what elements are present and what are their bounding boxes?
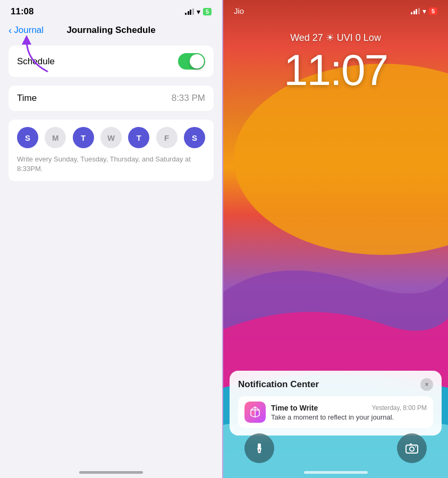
notification-center: Notification Center × Time to Write Yest… xyxy=(230,371,442,436)
time-row[interactable]: Time 8:33 PM xyxy=(17,86,205,111)
time-label: Time xyxy=(17,93,37,104)
days-row: S M T W T F S xyxy=(17,127,205,148)
chevron-left-icon: ‹ xyxy=(9,24,12,36)
svg-rect-7 xyxy=(406,445,418,453)
notification-content: Time to Write Yesterday, 8:00 PM Take a … xyxy=(271,404,427,421)
nc-close-button[interactable]: × xyxy=(420,378,433,391)
page-title: Journaling Schedule xyxy=(66,25,155,36)
right-status-icons: ▾ 5 xyxy=(411,7,437,15)
left-time: 11:08 xyxy=(11,6,33,17)
right-panel: Jio ▾ 5 Wed 27 ☀ UVI 0 Low 11:07 Notific… xyxy=(223,0,448,478)
day-thursday[interactable]: T xyxy=(128,127,149,148)
day-friday[interactable]: F xyxy=(156,127,177,148)
day-wednesday[interactable]: W xyxy=(100,127,122,148)
days-description: Write every Sunday, Tuesday, Thursday, a… xyxy=(17,155,205,174)
lock-time: 11:07 xyxy=(223,45,448,95)
schedule-label: Schedule xyxy=(17,56,55,67)
day-saturday[interactable]: S xyxy=(184,127,205,148)
day-sunday[interactable]: S xyxy=(17,127,38,148)
lock-date: Wed 27 ☀ UVI 0 Low xyxy=(223,32,448,44)
right-status-bar: Jio ▾ 5 xyxy=(223,0,448,20)
home-indicator xyxy=(79,471,143,474)
notification-message: Take a moment to reflect in your journal… xyxy=(271,413,427,421)
right-home-indicator xyxy=(304,471,368,474)
notification-time: Yesterday, 8:00 PM xyxy=(372,404,427,412)
time-section: Time 8:33 PM xyxy=(9,86,214,111)
wifi-icon: ▾ xyxy=(422,7,426,15)
signal-icon xyxy=(411,8,420,14)
days-section: S M T W T F S Write every Sunday, Tuesda… xyxy=(9,120,214,181)
schedule-toggle[interactable] xyxy=(178,53,205,70)
battery-icon: 5 xyxy=(203,8,212,15)
flashlight-button[interactable] xyxy=(244,433,274,463)
wifi-icon: ▾ xyxy=(197,7,200,16)
time-value: 8:33 PM xyxy=(172,93,205,104)
schedule-row: Schedule xyxy=(17,46,205,77)
battery-icon: 5 xyxy=(429,7,437,15)
svg-point-2 xyxy=(252,412,255,415)
camera-button[interactable] xyxy=(397,433,427,463)
schedule-section: Schedule xyxy=(9,46,214,77)
left-nav-bar: ‹ Journal Journaling Schedule xyxy=(0,21,222,41)
lock-bottom-buttons xyxy=(223,433,448,463)
svg-point-10 xyxy=(415,446,416,447)
nc-title: Notification Center xyxy=(238,379,319,390)
left-panel: 11:08 ▾ 5 ‹ Journal Journaling Schedule xyxy=(0,0,223,478)
carrier-label: Jio xyxy=(234,6,244,15)
svg-point-8 xyxy=(410,447,414,451)
svg-point-3 xyxy=(256,412,259,415)
nc-header: Notification Center × xyxy=(238,378,433,391)
svg-rect-9 xyxy=(410,443,412,445)
toggle-knob xyxy=(190,54,204,69)
notif-header-row: Time to Write Yesterday, 8:00 PM xyxy=(271,404,427,412)
notification-app-icon xyxy=(244,402,266,423)
signal-icon xyxy=(185,8,194,15)
left-status-icons: ▾ 5 xyxy=(185,7,212,16)
svg-rect-4 xyxy=(258,443,261,448)
left-status-bar: 11:08 ▾ 5 xyxy=(0,0,222,21)
back-label: Journal xyxy=(14,25,44,36)
notification-item[interactable]: Time to Write Yesterday, 8:00 PM Take a … xyxy=(238,396,433,428)
back-button[interactable]: ‹ Journal xyxy=(9,24,44,36)
day-monday[interactable]: M xyxy=(45,127,66,148)
notification-app-name: Time to Write xyxy=(271,404,318,412)
day-tuesday[interactable]: T xyxy=(73,127,94,148)
